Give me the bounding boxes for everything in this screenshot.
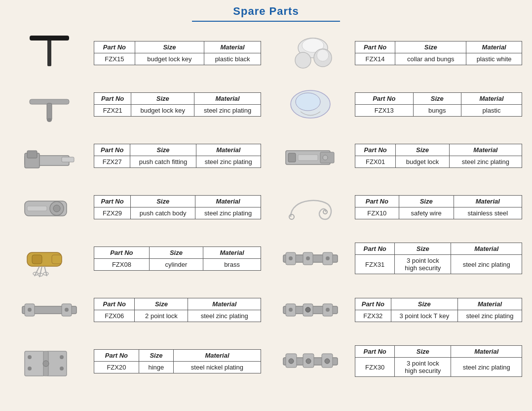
header-size: Size <box>395 346 451 358</box>
part-table-fzx13: Part No Size Material FZX13 bungs plasti… <box>355 92 522 117</box>
svg-point-43 <box>326 256 330 260</box>
page-title: Spare Parts <box>192 5 340 22</box>
cell-size: bungs <box>413 104 461 116</box>
part-image-fzx08 <box>10 236 89 281</box>
cell-size: budget lock key <box>135 53 204 65</box>
part-table-wrap-fzx01: Part No Size Material FZX01 budget lock … <box>355 144 522 168</box>
cell-size: collar and bungs <box>395 53 466 65</box>
cell-material: steel nickel plating <box>173 361 261 373</box>
cell-id: FZX20 <box>94 361 139 373</box>
svg-line-33 <box>44 266 47 276</box>
cell-id: FZX30 <box>355 358 395 377</box>
part-row-fzx06: Part No Size Material FZX06 2 point lock… <box>10 288 261 332</box>
cell-material: steel zinc plating <box>196 156 261 167</box>
svg-point-48 <box>65 308 69 312</box>
part-table-wrap-fzx06: Part No Size Material FZX06 2 point lock… <box>94 298 261 322</box>
svg-point-53 <box>289 308 293 312</box>
part-row-fzx29: Part No Size Material FZX29 push catch b… <box>10 185 261 229</box>
cell-id: FZX14 <box>355 53 395 65</box>
header-partno: Part No <box>355 92 414 104</box>
cell-material: steel zinc plating <box>457 310 522 322</box>
main-grid: Part No Size Material FZX15 budget lock … <box>10 31 522 386</box>
part-row-fzx31: Part No Size Material FZX31 3 point lock… <box>271 236 522 281</box>
part-table-wrap-fzx08: Part No Size Material FZX08 cylinder bra… <box>94 247 261 271</box>
header-partno: Part No <box>94 41 135 53</box>
header-size: Size <box>413 92 461 104</box>
header-material: Material <box>451 243 522 255</box>
part-table-fzx14: Part No Size Material FZX14 collar and b… <box>355 41 522 65</box>
part-image-fzx20 <box>10 339 89 383</box>
part-table-fzx15: Part No Size Material FZX15 budget lock … <box>94 41 261 65</box>
header-partno: Part No <box>355 298 391 310</box>
svg-rect-1 <box>47 39 51 66</box>
part-row-fzx01: Part No Size Material FZX01 budget lock … <box>271 133 522 178</box>
svg-point-70 <box>325 359 330 364</box>
header-material: Material <box>461 92 522 104</box>
part-image-fzx30 <box>271 339 350 383</box>
part-row-fzx08: Part No Size Material FZX08 cylinder bra… <box>10 236 261 281</box>
part-row-fzx21: Part No Size Material FZX21 budget lock … <box>10 82 261 126</box>
cell-material: steel zinc plating <box>449 156 522 167</box>
header-material: Material <box>454 195 522 207</box>
part-table-wrap-fzx21: Part No Size Material FZX21 budget lock … <box>94 92 261 117</box>
part-table-wrap-fzx13: Part No Size Material FZX13 bungs plasti… <box>355 92 522 117</box>
cell-material: brass <box>203 258 261 270</box>
cell-id: FZX31 <box>355 255 395 274</box>
svg-rect-20 <box>298 155 318 161</box>
part-table-fzx08: Part No Size Material FZX08 cylinder bra… <box>94 247 261 271</box>
cell-size: push catch body <box>131 207 195 219</box>
cell-size: 3 point lockhigh security <box>395 255 451 274</box>
cell-size: push catch fitting <box>130 156 196 167</box>
header-material: Material <box>194 92 261 104</box>
part-table-wrap-fzx29: Part No Size Material FZX29 push catch b… <box>94 195 261 219</box>
cell-material: stainless steel <box>454 207 522 219</box>
cell-size: hinge <box>139 361 173 373</box>
part-table-wrap-fzx31: Part No Size Material FZX31 3 point lock… <box>355 243 522 274</box>
header-size: Size <box>391 298 457 310</box>
header-material: Material <box>466 41 522 53</box>
svg-point-21 <box>323 155 328 160</box>
svg-point-59 <box>28 355 32 359</box>
header-size: Size <box>135 298 188 310</box>
part-image-fzx29 <box>10 185 89 229</box>
cell-size: 3 point lock T key <box>391 310 457 322</box>
svg-rect-57 <box>47 351 67 376</box>
part-image-fzx10 <box>271 185 350 229</box>
cell-id: FZX32 <box>355 310 391 322</box>
part-image-fzx31 <box>271 236 350 281</box>
header-size: Size <box>149 247 203 258</box>
header-partno: Part No <box>94 298 135 310</box>
part-table-fzx31: Part No Size Material FZX31 3 point lock… <box>355 243 522 274</box>
cell-id: FZX15 <box>94 53 135 65</box>
part-row-fzx32: Part No Size Material FZX32 3 point lock… <box>271 288 522 332</box>
cell-id: FZX10 <box>355 207 399 219</box>
header-partno: Part No <box>94 349 139 361</box>
cell-id: FZX08 <box>94 258 150 270</box>
header-partno: Part No <box>355 346 395 358</box>
svg-point-60 <box>28 367 32 370</box>
header-partno: Part No <box>355 243 395 255</box>
cell-size: budget lock key <box>131 104 194 116</box>
cell-material: steel zinc plating <box>195 207 261 219</box>
part-image-fzx32 <box>271 288 350 332</box>
svg-rect-15 <box>62 157 74 162</box>
svg-point-47 <box>28 308 32 312</box>
part-row-fzx14: Part No Size Material FZX14 collar and b… <box>271 31 522 75</box>
part-image-fzx21 <box>10 82 89 126</box>
cell-id: FZX01 <box>355 156 396 167</box>
part-row-fzx13: Part No Size Material FZX13 bungs plasti… <box>271 82 522 126</box>
cell-size: cylinder <box>149 258 203 270</box>
svg-rect-56 <box>25 351 44 376</box>
part-table-wrap-fzx32: Part No Size Material FZX32 3 point lock… <box>355 298 522 322</box>
svg-point-10 <box>47 118 52 122</box>
part-row-fzx10: Part No Size Material FZX10 safety wire … <box>271 185 522 229</box>
svg-point-26 <box>289 214 294 219</box>
cell-size: budget lock <box>396 156 450 167</box>
header-size: Size <box>130 144 196 156</box>
cell-material: steel zinc plating <box>194 104 261 116</box>
header-material: Material <box>188 298 261 310</box>
header-material: Material <box>203 247 261 258</box>
part-image-fzx06 <box>10 288 89 332</box>
header-material: Material <box>451 346 522 358</box>
header-size: Size <box>399 195 454 207</box>
